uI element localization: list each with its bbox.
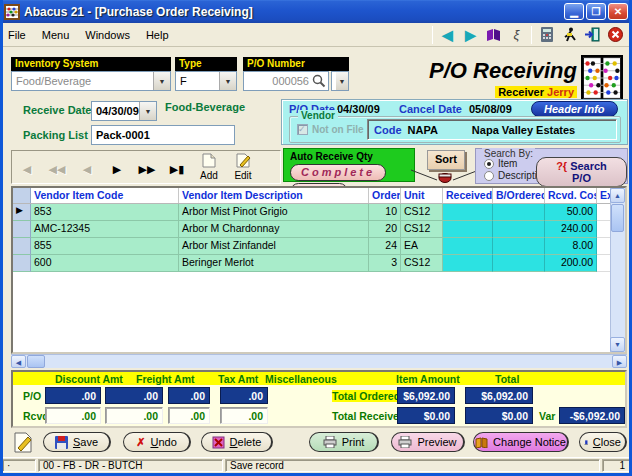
preview-button[interactable]: Preview: [391, 432, 465, 452]
inventory-system-value: Food/Beverage: [16, 75, 91, 87]
prev-page-button[interactable]: ◀◀: [42, 159, 72, 176]
scroll-left-icon[interactable]: ◀: [11, 355, 26, 368]
next-record-button[interactable]: ▶: [102, 159, 132, 176]
cell-b-ordered[interactable]: [493, 221, 545, 238]
cell-rcvd-cost[interactable]: 50.00: [545, 204, 597, 221]
book-icon[interactable]: [485, 26, 502, 43]
edit-record-icon[interactable]: [13, 432, 33, 453]
po-tax-field[interactable]: .00: [168, 387, 210, 404]
search-by-item-radio[interactable]: Item: [484, 158, 517, 169]
mouse-icon: [439, 174, 451, 183]
prev-record-button[interactable]: ◀: [72, 159, 102, 176]
cell-received[interactable]: [443, 238, 493, 255]
vertical-scroll-thumb[interactable]: [611, 204, 624, 232]
cell-received[interactable]: [443, 255, 493, 272]
menu-file[interactable]: File: [0, 26, 34, 44]
cell-b-ordered[interactable]: [493, 255, 545, 272]
scroll-down-icon[interactable]: ▼: [610, 337, 625, 352]
chevron-down-icon[interactable]: ▼: [219, 72, 236, 90]
col-vendor-item-description[interactable]: Vendor Item Description: [179, 188, 369, 203]
vertical-scrollbar[interactable]: ▲ ▼: [610, 188, 625, 352]
last-record-button[interactable]: ▶▮: [162, 159, 192, 176]
signature-icon[interactable]: ξ: [508, 26, 525, 43]
back-icon[interactable]: ◀: [439, 26, 456, 43]
printer-icon: [398, 436, 412, 448]
item-option-label: Item: [498, 158, 517, 169]
inventory-system-label: Inventory System: [11, 57, 171, 71]
type-select[interactable]: F ▼: [175, 71, 237, 91]
po-number-dropdown[interactable]: ▼: [331, 71, 349, 91]
cell-description: Arbor Mist Zinfandel: [179, 238, 369, 255]
print-button[interactable]: Print: [309, 432, 379, 452]
calculator-icon[interactable]: [538, 26, 555, 43]
not-on-file-checkbox[interactable]: ✓ Not on File: [297, 124, 364, 135]
delete-button[interactable]: Delete: [201, 432, 273, 452]
horizontal-scrollbar[interactable]: ◀ ▶: [11, 354, 627, 368]
forward-icon[interactable]: ▶: [462, 26, 479, 43]
po-freight-field[interactable]: .00: [105, 387, 163, 404]
vendor-code-value: NAPA: [408, 124, 438, 136]
col-vendor-item-code[interactable]: Vendor Item Code: [31, 188, 179, 203]
po-number-value: 000056: [272, 75, 309, 87]
cell-description: Arbor M Chardonnay: [179, 221, 369, 238]
horizontal-scroll-thumb[interactable]: [27, 355, 45, 368]
table-row[interactable]: ▶ 853 Arbor Mist Pinot Grigio 10 CS12 50…: [13, 204, 625, 221]
change-notice-button[interactable]: Change Notice: [473, 432, 569, 452]
cell-code: 855: [31, 238, 179, 255]
col-b-ordered[interactable]: B/Ordered: [493, 188, 545, 203]
rcvd-freight-field[interactable]: .00: [105, 407, 163, 424]
first-record-button[interactable]: ◀: [12, 159, 42, 176]
packing-list-input[interactable]: [91, 125, 235, 145]
header-info-button[interactable]: Header Info: [531, 101, 618, 117]
search-icon[interactable]: [312, 74, 326, 88]
delete-icon: [212, 436, 225, 449]
search-po-button[interactable]: ?{Search P/O: [536, 157, 627, 187]
cell-rcvd-cost[interactable]: 240.00: [545, 221, 597, 238]
scroll-up-icon[interactable]: ▲: [610, 188, 625, 203]
save-button[interactable]: SSaveave: [43, 432, 111, 452]
cell-code: AMC-12345: [31, 221, 179, 238]
cell-b-ordered[interactable]: [493, 204, 545, 221]
menu-help[interactable]: Help: [138, 26, 177, 44]
rcvd-discount-field[interactable]: .00: [45, 407, 101, 424]
status-dot-cell: ·: [2, 459, 36, 472]
po-misc-field[interactable]: .00: [220, 387, 268, 404]
cell-rcvd-cost[interactable]: 200.00: [545, 255, 597, 272]
exit-door-icon[interactable]: [584, 26, 601, 43]
maximize-button[interactable]: ❐: [586, 3, 606, 20]
close-form-button[interactable]: Close: [579, 432, 627, 452]
cell-b-ordered[interactable]: [493, 238, 545, 255]
scroll-right-icon[interactable]: ▶: [612, 355, 627, 368]
po-number-field[interactable]: 000056: [243, 71, 329, 91]
var-label: Var: [539, 410, 555, 422]
menu-menu[interactable]: Menu: [34, 26, 78, 44]
rcvd-tax-field[interactable]: .00: [168, 407, 210, 424]
col-unit[interactable]: Unit: [401, 188, 443, 203]
table-row[interactable]: 855 Arbor Mist Zinfandel 24 EA 8.00: [13, 238, 625, 255]
chevron-down-icon[interactable]: ▼: [153, 72, 170, 90]
table-row[interactable]: 600 Beringer Merlot 3 CS12 200.00: [13, 255, 625, 272]
next-page-button[interactable]: ▶▶: [132, 159, 162, 176]
rcvd-misc-field[interactable]: .00: [220, 407, 268, 424]
close-button[interactable]: ✕: [608, 3, 628, 20]
col-order[interactable]: Order: [369, 188, 401, 203]
po-discount-field[interactable]: .00: [45, 387, 101, 404]
undo-button[interactable]: ✗ Undo: [123, 432, 191, 452]
minimize-button[interactable]: ▁: [564, 3, 584, 20]
inventory-system-select[interactable]: Food/Beverage ▼: [11, 71, 171, 91]
cell-code: 853: [31, 204, 179, 221]
receive-date-select[interactable]: 04/30/09 ▼: [91, 101, 157, 121]
cell-received[interactable]: [443, 221, 493, 238]
edit-button[interactable]: Edit: [226, 153, 260, 181]
running-man-icon[interactable]: [561, 26, 578, 43]
stop-icon[interactable]: [607, 26, 624, 43]
auto-receive-label: Auto Receive Qty: [290, 151, 408, 162]
col-received[interactable]: Received: [443, 188, 493, 203]
col-rcvd-cost[interactable]: Rcvd. Cost: [545, 188, 597, 203]
cell-received[interactable]: [443, 204, 493, 221]
menu-windows[interactable]: Windows: [77, 26, 138, 44]
cell-rcvd-cost[interactable]: 8.00: [545, 238, 597, 255]
complete-button[interactable]: Complete: [290, 164, 386, 181]
table-row[interactable]: AMC-12345 Arbor M Chardonnay 20 CS12 240…: [13, 221, 625, 238]
add-button[interactable]: Add: [192, 153, 226, 181]
